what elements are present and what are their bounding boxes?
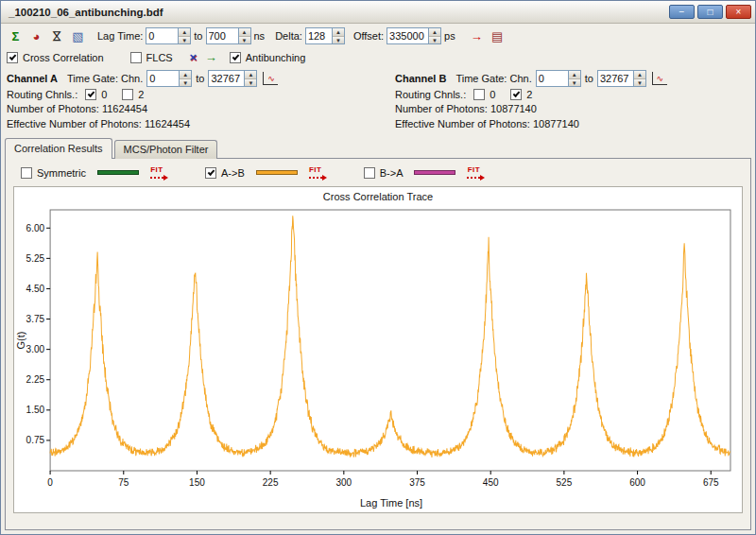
tab-mcs-photon-filter[interactable]: MCS/Photon Filter bbox=[114, 140, 218, 159]
spin-up-icon[interactable]: ▲ bbox=[179, 28, 190, 37]
symmetric-fit-button[interactable]: FIT bbox=[150, 166, 163, 179]
lag-from-input[interactable]: ▲ ▼ bbox=[146, 27, 191, 44]
spin-down-icon[interactable]: ▼ bbox=[634, 79, 645, 87]
pie-chart-icon[interactable]: ◕ bbox=[27, 28, 45, 44]
symmetric-checkbox[interactable]: Symmetric bbox=[21, 167, 86, 179]
spinner[interactable]: ▲ ▼ bbox=[179, 71, 191, 86]
cross-correlation-checkbox[interactable]: Cross Correlation bbox=[7, 52, 104, 63]
spin-up-icon[interactable]: ▲ bbox=[180, 71, 191, 79]
channel-b-gate-to-field[interactable] bbox=[598, 71, 633, 86]
b-to-a-checkbox[interactable]: B->A bbox=[364, 167, 404, 179]
spinner[interactable]: ▲ ▼ bbox=[568, 71, 580, 86]
lag-from-field[interactable] bbox=[146, 28, 178, 43]
checkbox-box[interactable] bbox=[473, 89, 485, 100]
lag-to-field[interactable] bbox=[207, 28, 238, 43]
spin-down-icon[interactable]: ▼ bbox=[245, 79, 256, 87]
channel-a-time-gate-label: Time Gate: Chn. bbox=[67, 73, 143, 84]
check-icon bbox=[208, 168, 215, 176]
apply-filter-icon[interactable]: → bbox=[202, 49, 220, 65]
delta-input[interactable]: ▲ ▼ bbox=[305, 27, 345, 44]
time-gate-icon[interactable]: ∿ bbox=[263, 72, 278, 85]
a-to-b-fit-button[interactable]: FIT bbox=[309, 166, 322, 179]
fit-label: FIT bbox=[309, 166, 322, 174]
spin-up-icon[interactable]: ▲ bbox=[239, 28, 250, 37]
minimize-button[interactable]: − bbox=[669, 5, 695, 19]
channel-b-effective-photons-label: Effective Number of Photons: bbox=[395, 118, 530, 129]
title-bar[interactable]: _100210_06_antibunching.bdf − □ × bbox=[1, 1, 755, 24]
channel-b-photons-label: Number of Photons: bbox=[395, 103, 488, 114]
routing-2-label: 2 bbox=[138, 89, 144, 100]
channel-a-gate-to-field[interactable] bbox=[209, 71, 244, 86]
antibunching-label: Antibunching bbox=[246, 52, 306, 63]
delta-spinner[interactable]: ▲ ▼ bbox=[332, 28, 344, 43]
channel-b-gate-from-field[interactable] bbox=[537, 71, 568, 86]
channel-a-routing-0-checkbox[interactable]: 0 bbox=[85, 89, 107, 100]
channel-a-gate-from-field[interactable] bbox=[147, 71, 179, 86]
channel-b-photons-value: 10877140 bbox=[490, 103, 537, 114]
flcs-checkbox[interactable]: FLCS bbox=[130, 52, 173, 63]
channel-b-routing-0-checkbox[interactable]: 0 bbox=[473, 89, 495, 100]
x-tick-label: 225 bbox=[263, 477, 279, 488]
spin-down-icon[interactable]: ▼ bbox=[569, 79, 580, 87]
channel-b-gate-from-input[interactable]: ▲ ▼ bbox=[536, 70, 581, 87]
lag-from-spinner[interactable]: ▲ ▼ bbox=[178, 28, 190, 43]
spin-down-icon[interactable]: ▼ bbox=[333, 37, 344, 44]
spin-down-icon[interactable]: ▼ bbox=[429, 37, 440, 44]
lag-to-input[interactable]: ▲ ▼ bbox=[206, 27, 251, 44]
correlate-icon[interactable]: ▧ bbox=[69, 28, 87, 44]
ns-units-label: ns bbox=[254, 30, 266, 42]
ps-units-label: ps bbox=[444, 30, 455, 42]
offset-field[interactable] bbox=[387, 28, 428, 43]
channel-a-gate-to-input[interactable]: ▲ ▼ bbox=[208, 70, 257, 87]
window-title: _100210_06_antibunching.bdf bbox=[9, 7, 669, 18]
sum-correlate-icon[interactable]: Σ bbox=[7, 28, 25, 44]
checkbox-box[interactable] bbox=[364, 167, 375, 179]
channel-a-gate-from-input[interactable]: ▲ ▼ bbox=[146, 70, 192, 87]
channel-a-routing-2-checkbox[interactable]: 2 bbox=[122, 89, 144, 100]
spin-up-icon[interactable]: ▲ bbox=[634, 71, 645, 79]
maximize-button[interactable]: □ bbox=[697, 5, 723, 19]
time-gate-icon[interactable]: ∿ bbox=[652, 72, 667, 85]
a-to-b-label: A->B bbox=[221, 167, 245, 179]
channel-b-routing-2-checkbox[interactable]: 2 bbox=[510, 89, 532, 100]
antibunching-checkbox[interactable]: Antibunching bbox=[230, 52, 306, 63]
lag-to-spinner[interactable]: ▲ ▼ bbox=[238, 28, 250, 43]
spin-up-icon[interactable]: ▲ bbox=[333, 28, 344, 37]
flcs-pattern-icon[interactable]: × bbox=[184, 49, 202, 65]
spin-down-icon[interactable]: ▼ bbox=[179, 37, 190, 44]
offset-label: Offset: bbox=[353, 30, 384, 42]
checkbox-box[interactable] bbox=[122, 89, 133, 100]
b-to-a-line-sample bbox=[414, 170, 455, 175]
offset-input[interactable]: ▲ ▼ bbox=[387, 27, 441, 44]
channel-b-gate-to-input[interactable]: ▲ ▼ bbox=[597, 70, 646, 87]
fit-label: FIT bbox=[150, 166, 163, 174]
spin-up-icon[interactable]: ▲ bbox=[429, 28, 440, 37]
checkbox-box[interactable] bbox=[510, 89, 522, 100]
report-icon[interactable]: ▤ bbox=[489, 28, 507, 44]
b-to-a-fit-button[interactable]: FIT bbox=[467, 166, 480, 179]
tab-correlation-results[interactable]: Correlation Results bbox=[5, 138, 112, 159]
checkbox-box[interactable] bbox=[130, 52, 142, 63]
trace-legend: Symmetric FIT A->B FIT bbox=[13, 164, 743, 186]
checkbox-box[interactable] bbox=[7, 52, 18, 63]
legend-item-a-to-b: A->B FIT bbox=[205, 166, 322, 179]
delta-label: Delta: bbox=[275, 30, 302, 42]
checkbox-box[interactable] bbox=[21, 167, 32, 179]
spinner[interactable]: ▲ ▼ bbox=[244, 71, 256, 86]
spin-down-icon[interactable]: ▼ bbox=[180, 79, 191, 87]
hourglass-icon[interactable]: ⋈ bbox=[49, 27, 65, 45]
check-icon bbox=[513, 90, 521, 97]
close-button[interactable]: × bbox=[726, 5, 751, 19]
delta-field[interactable] bbox=[306, 28, 332, 43]
a-to-b-checkbox[interactable]: A->B bbox=[205, 167, 245, 179]
offset-spinner[interactable]: ▲ ▼ bbox=[428, 28, 440, 43]
export-icon[interactable]: → bbox=[468, 28, 486, 44]
cross-correlation-chart[interactable]: Cross Correlation Trace Lag Time [ns] G(… bbox=[13, 186, 743, 513]
checkbox-box[interactable] bbox=[205, 167, 216, 179]
spin-up-icon[interactable]: ▲ bbox=[245, 71, 256, 79]
spinner[interactable]: ▲ ▼ bbox=[633, 71, 645, 86]
spin-down-icon[interactable]: ▼ bbox=[239, 37, 250, 44]
checkbox-box[interactable] bbox=[85, 89, 96, 100]
checkbox-box[interactable] bbox=[230, 52, 241, 63]
spin-up-icon[interactable]: ▲ bbox=[569, 71, 580, 79]
